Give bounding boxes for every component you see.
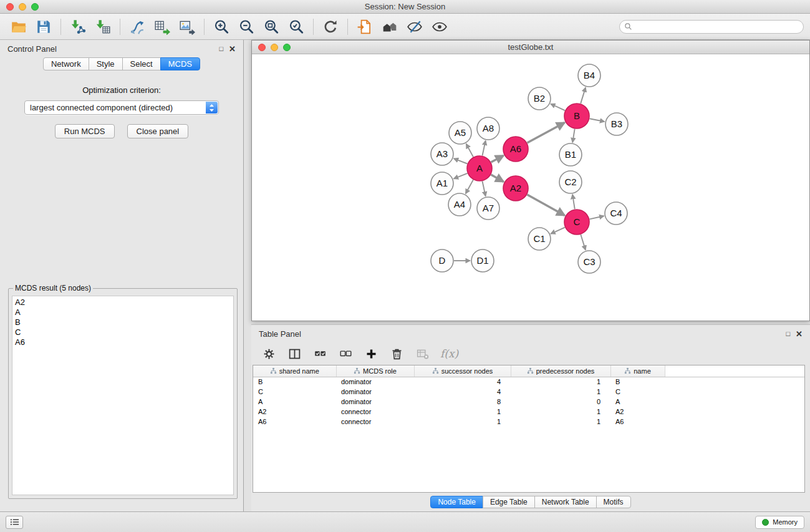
table-cell[interactable]: 1 [414, 407, 511, 417]
graph-node-C3[interactable]: C3 [578, 251, 600, 273]
minimize-window-button[interactable] [19, 3, 26, 11]
table-row[interactable]: Cdominator41C [253, 387, 804, 397]
mcds-result-item[interactable]: B [15, 317, 231, 327]
graph-node-B[interactable]: B [564, 104, 589, 128]
graph-node-A6[interactable]: A6 [503, 137, 528, 162]
network-minimize-button[interactable] [271, 44, 278, 51]
close-table-panel-icon[interactable]: ✕ [796, 329, 803, 339]
graph-node-B2[interactable]: B2 [528, 87, 551, 110]
table-cell[interactable]: 0 [511, 397, 610, 407]
table-cell[interactable]: C [253, 387, 336, 397]
close-panel-button[interactable]: Close panel [127, 124, 189, 138]
optimization-criterion-select[interactable]: largest connected component (directed) [24, 100, 219, 115]
control-panel-tab-mcds[interactable]: MCDS [160, 57, 200, 70]
control-panel-tab-select[interactable]: Select [122, 57, 161, 70]
open-session-button[interactable] [6, 16, 31, 37]
graph-node-B3[interactable]: B3 [605, 113, 628, 135]
zoom-window-button[interactable] [31, 3, 39, 11]
table-row[interactable]: Bdominator41B [253, 377, 804, 387]
table-cell[interactable]: 4 [414, 377, 511, 387]
network-canvas[interactable]: B4B2BB3A8A5A6A3B1AC2A1A2A4A7C4CC1C3DD1 [252, 54, 809, 321]
table-cell[interactable]: B [610, 377, 665, 387]
graph-node-A5[interactable]: A5 [449, 122, 471, 144]
column-header-mcds-role[interactable]: MCDS role [336, 365, 414, 377]
zoom-selected-button[interactable] [284, 16, 309, 37]
zoom-out-button[interactable] [234, 16, 259, 37]
column-header-name[interactable]: name [610, 365, 665, 377]
table-cell[interactable]: 8 [414, 397, 511, 407]
network-zoom-button[interactable] [283, 44, 291, 51]
table-cell[interactable]: 4 [414, 387, 511, 397]
table-row[interactable]: Adominator80A [253, 397, 804, 407]
graph-edge-A6-B[interactable] [528, 123, 565, 143]
column-header-successor-nodes[interactable]: successor nodes [414, 365, 511, 377]
table-cell[interactable]: connector [336, 417, 414, 427]
show-panels-button[interactable] [6, 516, 23, 529]
table-tab-node-table[interactable]: Node Table [430, 496, 483, 508]
table-cell[interactable]: A2 [610, 407, 665, 417]
table-options-button[interactable] [261, 346, 276, 361]
export-image-button[interactable] [175, 16, 200, 37]
table-cell[interactable]: A2 [253, 407, 336, 417]
graph-node-C1[interactable]: C1 [528, 228, 551, 250]
graph-node-B4[interactable]: B4 [578, 64, 600, 87]
delete-table-button[interactable] [415, 346, 430, 361]
show-columns-button[interactable] [287, 346, 302, 361]
table-cell[interactable]: connector [336, 407, 414, 417]
table-cell[interactable]: C [610, 387, 665, 397]
mcds-result-item[interactable]: C [15, 327, 231, 337]
table-cell[interactable]: B [253, 377, 336, 387]
float-panel-icon[interactable]: □ [219, 45, 223, 52]
save-session-button[interactable] [31, 16, 56, 37]
mcds-result-item[interactable]: A2 [15, 297, 231, 307]
table-cell[interactable]: A6 [253, 417, 336, 427]
show-graphics-details-button[interactable] [402, 16, 427, 37]
close-panel-icon[interactable]: ✕ [229, 44, 236, 54]
table-cell[interactable]: 1 [414, 417, 511, 427]
graph-node-B1[interactable]: B1 [559, 143, 582, 166]
memory-button[interactable]: Memory [755, 516, 804, 529]
table-cell[interactable]: dominator [336, 377, 414, 387]
network-close-button[interactable] [258, 44, 266, 51]
add-column-button[interactable] [364, 346, 378, 361]
table-cell[interactable]: dominator [336, 397, 414, 407]
table-cell[interactable]: A6 [610, 417, 665, 427]
table-tab-network-table[interactable]: Network Table [534, 496, 597, 508]
export-network-button[interactable] [150, 16, 175, 37]
zoom-fit-button[interactable] [259, 16, 284, 37]
graph-edge-A-A7[interactable] [483, 181, 486, 196]
mcds-result-list[interactable]: A2ABCA6 [12, 296, 234, 495]
graph-edge-B-B2[interactable] [551, 104, 565, 111]
deselect-all-button[interactable] [338, 346, 353, 361]
column-header-shared-name[interactable]: shared name [253, 365, 336, 377]
graph-node-A1[interactable]: A1 [431, 172, 453, 195]
graph-edge-A2-C[interactable] [527, 195, 564, 215]
graph-edge-A-A8[interactable] [483, 141, 486, 156]
graph-edge-B-B1[interactable] [572, 129, 575, 143]
graph-node-D1[interactable]: D1 [471, 249, 494, 272]
delete-column-button[interactable] [389, 346, 404, 361]
graph-node-C2[interactable]: C2 [559, 171, 582, 193]
table-cell[interactable]: 1 [511, 407, 610, 417]
column-header-predecessor-nodes[interactable]: predecessor nodes [511, 365, 610, 377]
graph-edge-A-A3[interactable] [454, 158, 468, 163]
table-row[interactable]: A2connector11A2 [253, 407, 804, 417]
graph-node-A8[interactable]: A8 [477, 117, 499, 140]
export-document-button[interactable] [352, 16, 377, 37]
graph-edge-A-A1[interactable] [454, 173, 468, 179]
run-mcds-button[interactable]: Run MCDS [55, 124, 115, 138]
control-panel-tab-style[interactable]: Style [89, 57, 123, 70]
graph-edge-C-C4[interactable] [590, 216, 604, 219]
table-cell[interactable]: dominator [336, 387, 414, 397]
zoom-in-button[interactable] [209, 16, 234, 37]
graph-node-A7[interactable]: A7 [477, 197, 499, 220]
float-table-panel-icon[interactable]: □ [786, 330, 790, 337]
graph-edge-A-A4[interactable] [466, 180, 473, 193]
graph-node-A3[interactable]: A3 [431, 143, 453, 165]
table-cell[interactable]: A [610, 397, 665, 407]
select-all-button[interactable] [312, 346, 327, 361]
import-network-button[interactable] [65, 16, 90, 37]
first-neighbors-button[interactable] [125, 16, 150, 37]
mcds-result-item[interactable]: A [15, 307, 231, 317]
home-button[interactable] [377, 16, 402, 37]
